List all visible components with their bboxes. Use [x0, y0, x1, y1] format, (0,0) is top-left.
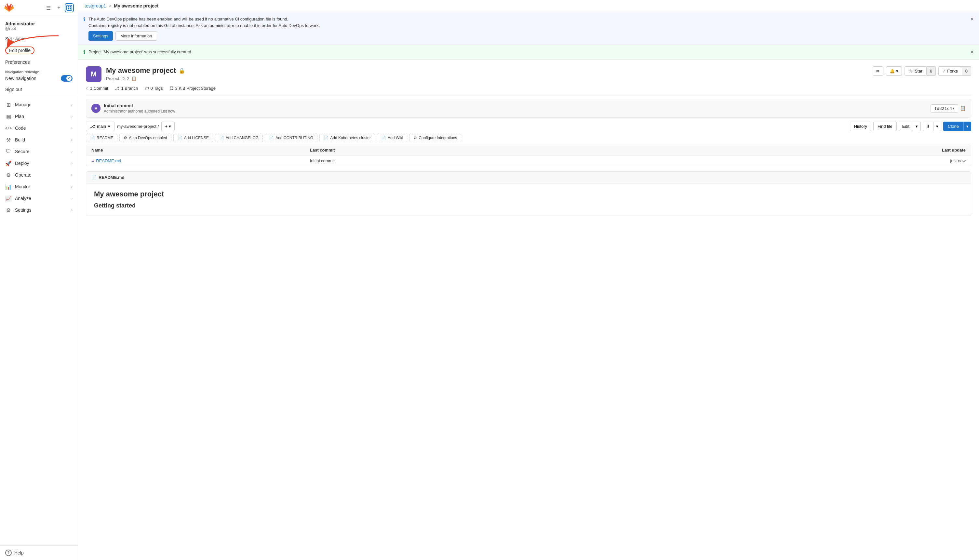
alert-info-icon: ℹ — [83, 16, 85, 22]
set-status-item[interactable]: Set status — [0, 33, 78, 44]
analyze-icon: 📈 — [5, 195, 12, 202]
tags-label: 0 Tags — [150, 86, 163, 91]
readme-icon: 📄 — [90, 136, 95, 140]
sidebar-item-build[interactable]: ⚒ Build › — [0, 134, 78, 146]
operate-icon: ⚙ — [5, 172, 12, 178]
pencil-button[interactable]: ✏ — [873, 66, 883, 76]
qa-license-btn[interactable]: 📄 Add LICENSE — [173, 134, 213, 142]
qa-auto-devops-label: Auto DevOps enabled — [129, 136, 167, 140]
alert-actions: Settings More information — [88, 31, 964, 41]
download-icon: ⬇ — [926, 124, 930, 129]
notifications-button[interactable]: 🔔 ▾ — [886, 66, 902, 76]
qa-contributing-btn[interactable]: 📄 Add CONTRIBUTING — [265, 134, 317, 142]
edit-profile-item[interactable]: Edit profile — [0, 44, 78, 57]
download-chevron-button[interactable]: ▾ — [934, 122, 941, 131]
qa-kubernetes-label: Add Kubernetes cluster — [330, 136, 371, 140]
download-button[interactable]: ⬇ — [923, 122, 934, 131]
file-table: Name Last commit Last update ≡ README.md… — [86, 145, 971, 166]
operate-chevron-icon: › — [71, 173, 73, 177]
clone-chevron-button[interactable]: ▾ — [963, 122, 971, 131]
commit-authored-text: authored — [128, 109, 144, 113]
qa-kubernetes-btn[interactable]: 📄 Add Kubernetes cluster — [319, 134, 375, 142]
help-label: Help — [14, 550, 24, 555]
sidebar-item-settings[interactable]: ⚙ Settings › — [0, 204, 78, 216]
sidebar-item-monitor[interactable]: 📊 Monitor › — [0, 181, 78, 193]
deploy-chevron-icon: › — [71, 161, 73, 165]
copy-id-icon[interactable]: 📋 — [132, 76, 137, 81]
qa-auto-devops-btn[interactable]: ⚙ Auto DevOps enabled — [119, 134, 171, 142]
sidebar-item-manage[interactable]: ⊞ Manage › — [0, 99, 78, 110]
new-navigation-toggle[interactable] — [61, 75, 73, 82]
star-group: ☆ Star 0 — [904, 66, 936, 76]
file-name-cell[interactable]: ≡ README.md — [92, 158, 310, 163]
tags-stat[interactable]: 🏷 0 Tags — [145, 86, 163, 91]
branches-stat[interactable]: ⎇ 1 Branch — [115, 86, 138, 91]
user-info: Administrator @root — [0, 17, 78, 33]
project-id-text: Project ID: 2 — [106, 76, 130, 81]
help-item[interactable]: ? Help — [5, 550, 73, 556]
qa-readme-btn[interactable]: 📄 README — [86, 134, 117, 142]
star-count: 0 — [927, 66, 936, 76]
qa-wiki-btn[interactable]: 📄 Add Wiki — [377, 134, 407, 142]
alert-line2: Container registry is not enabled on thi… — [88, 22, 964, 29]
alert-close-icon[interactable]: × — [970, 16, 974, 23]
sidebar-item-secure-label: Secure — [15, 149, 68, 154]
settings-button[interactable]: Settings — [88, 31, 113, 41]
star-button[interactable]: ☆ Star — [904, 66, 927, 76]
path-name: my-awesome-project — [117, 124, 157, 129]
project-header: M My awesome project 🔒 Project ID: 2 📋 ✏… — [78, 60, 979, 86]
project-info: My awesome project 🔒 Project ID: 2 📋 — [106, 66, 185, 81]
sidebar-item-operate[interactable]: ⚙ Operate › — [0, 169, 78, 181]
preferences-item[interactable]: Preferences — [0, 57, 78, 67]
user-name: Administrator — [5, 21, 73, 26]
sidebar-item-deploy-label: Deploy — [15, 161, 68, 166]
edit-button[interactable]: Edit — [899, 122, 913, 131]
sidebar-item-deploy[interactable]: 🚀 Deploy › — [0, 157, 78, 169]
new-item-btn[interactable]: + — [54, 3, 63, 12]
edit-chevron-button[interactable]: ▾ — [913, 122, 921, 131]
sidebar-item-analyze[interactable]: 📈 Analyze › — [0, 193, 78, 204]
find-file-button[interactable]: Find file — [873, 122, 897, 131]
readme-subtitle: Getting started — [94, 202, 963, 209]
sidebar: ☰ + Administrator @root Set status Edit … — [0, 0, 78, 560]
svg-rect-0 — [67, 5, 72, 10]
sidebar-item-plan-label: Plan — [15, 114, 68, 119]
build-chevron-icon: › — [71, 138, 73, 142]
clone-button[interactable]: Clone — [943, 122, 963, 131]
sign-out-item[interactable]: Sign out — [0, 84, 78, 95]
sidebar-item-settings-label: Settings — [15, 207, 68, 213]
sidebar-item-plan[interactable]: ▦ Plan › — [0, 110, 78, 122]
breadcrumb-project: My awesome project — [114, 3, 158, 8]
project-actions: ✏ 🔔 ▾ ☆ Star 0 ⑂ Forks 0 — [873, 66, 971, 76]
sidebar-toggle-btn[interactable]: ☰ — [44, 3, 53, 12]
notifications-group: 🔔 ▾ — [886, 66, 902, 76]
qa-changelog-btn[interactable]: 📄 Add CHANGELOG — [215, 134, 263, 142]
readme-file-icon: 📄 — [92, 175, 97, 180]
home-btn[interactable] — [65, 3, 74, 12]
commits-stat[interactable]: ○ 1 Commit — [86, 86, 108, 91]
path-add-button[interactable]: + ▾ — [161, 122, 175, 131]
readme-section: 📄 README.md My awesome project Getting s… — [86, 172, 971, 216]
sidebar-item-secure[interactable]: 🛡 Secure › — [0, 146, 78, 157]
divider — [86, 95, 971, 95]
deploy-icon: 🚀 — [5, 160, 12, 167]
qa-integrations-btn[interactable]: ⚙ Configure Integrations — [409, 134, 461, 142]
success-alert-close-icon[interactable]: × — [970, 49, 974, 56]
history-button[interactable]: History — [850, 122, 871, 131]
sidebar-item-code[interactable]: </> Code › — [0, 122, 78, 134]
forks-button[interactable]: ⑂ Forks — [938, 66, 962, 76]
commit-message[interactable]: Initial commit — [104, 103, 931, 108]
copy-hash-icon[interactable]: 📋 — [960, 106, 966, 111]
svg-text:A: A — [95, 106, 98, 111]
nav-redesign-label: Navigation redesign — [5, 70, 73, 74]
commit-hash-badge[interactable]: fd321c47 — [931, 104, 958, 113]
user-handle: @root — [5, 26, 73, 31]
secure-chevron-icon: › — [71, 149, 73, 154]
qa-integrations-label: Configure Integrations — [419, 136, 457, 140]
gitlab-logo[interactable] — [4, 3, 14, 13]
storage-icon: 🖫 — [170, 86, 174, 91]
more-info-button[interactable]: More information — [115, 31, 157, 41]
breadcrumb-separator: > — [108, 3, 111, 8]
branch-button[interactable]: ⎇ main ▾ — [86, 122, 115, 131]
breadcrumb-group[interactable]: testgroup1 — [85, 3, 106, 8]
